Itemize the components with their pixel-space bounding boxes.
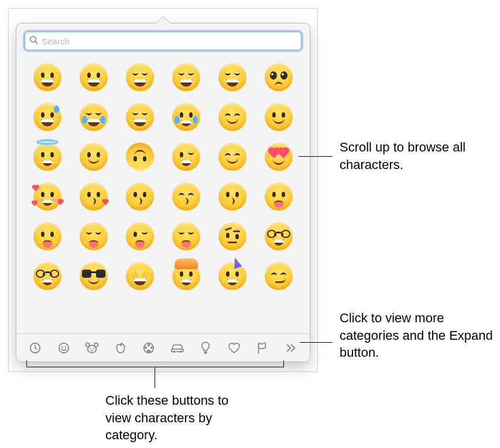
- category-more[interactable]: [278, 336, 304, 360]
- emoji-grinning-sweat[interactable]: [29, 99, 66, 135]
- category-frequently-used[interactable]: [22, 336, 48, 360]
- emoji-grinning-tight-closed[interactable]: [214, 59, 251, 95]
- clock-icon: [29, 342, 42, 354]
- search-icon: [29, 36, 38, 47]
- emoji-partying-face[interactable]: [214, 258, 251, 294]
- apple-icon: [115, 342, 126, 354]
- documentation-frame: ★★: [8, 8, 318, 372]
- emoji-face-savoring[interactable]: [261, 178, 297, 215]
- category-activity[interactable]: [136, 336, 162, 360]
- popover-beak: [155, 17, 172, 24]
- svg-point-15: [179, 350, 181, 353]
- category-objects[interactable]: [193, 336, 218, 360]
- emoji-face-tears-of-joy[interactable]: [76, 99, 112, 135]
- emoji-face-monocle[interactable]: [261, 218, 297, 254]
- character-viewer-popover: ★★: [16, 23, 310, 362]
- callout-line: [155, 367, 155, 388]
- emoji-smiling-hearts[interactable]: [29, 178, 66, 215]
- category-flags[interactable]: [249, 336, 275, 360]
- smiley-icon: [57, 342, 70, 354]
- emoji-grinning-big-eyes[interactable]: [76, 59, 112, 95]
- emoji-slightly-smiling[interactable]: [261, 99, 297, 135]
- soccer-icon: [142, 342, 155, 354]
- emoji-slightly-smiling-2[interactable]: [76, 139, 112, 175]
- svg-point-7: [86, 343, 90, 346]
- lightbulb-icon: [200, 341, 211, 355]
- search-field-wrap[interactable]: [25, 32, 302, 50]
- svg-point-10: [93, 347, 94, 349]
- flag-icon: [256, 342, 268, 354]
- emoji-kissing-smiling-eyes[interactable]: [214, 178, 251, 215]
- category-food-drink[interactable]: [108, 336, 133, 360]
- emoji-smirking-face[interactable]: [261, 258, 297, 294]
- emoji-exploding-head[interactable]: [168, 258, 204, 294]
- svg-point-8: [94, 343, 98, 346]
- category-bracket: [26, 360, 284, 367]
- callout-line: [300, 342, 333, 343]
- emoji-relieved-face-2[interactable]: [214, 139, 251, 175]
- emoji-pleading-face[interactable]: [261, 59, 297, 95]
- category-animals-nature[interactable]: [79, 336, 105, 360]
- svg-point-14: [173, 350, 175, 353]
- svg-point-11: [91, 350, 93, 351]
- emoji-smiling-halo[interactable]: [29, 139, 66, 175]
- emoji-kissing-closed-eyes[interactable]: [168, 178, 204, 215]
- emoji-relieved-face[interactable]: [214, 99, 251, 135]
- emoji-smiling-tear[interactable]: [168, 99, 204, 135]
- animal-icon: [85, 342, 99, 354]
- search-row: [16, 23, 310, 56]
- emoji-grid: ★★: [25, 57, 302, 296]
- category-symbols[interactable]: [221, 336, 247, 360]
- emoji-sunglasses[interactable]: [76, 258, 112, 294]
- emoji-nerd-face[interactable]: [29, 258, 66, 294]
- svg-point-3: [59, 343, 69, 353]
- emoji-winking-face[interactable]: [168, 139, 204, 175]
- category-bar: [16, 333, 310, 361]
- emoji-winking-tongue[interactable]: [122, 218, 158, 254]
- emoji-kissing-face[interactable]: [122, 178, 158, 215]
- search-input[interactable]: [42, 36, 296, 46]
- emoji-grinning-squinting[interactable]: [168, 59, 204, 95]
- emoji-beaming-smiling-eyes[interactable]: [122, 59, 158, 95]
- svg-line-1: [35, 42, 37, 44]
- svg-point-5: [64, 346, 66, 347]
- callout-categories: Click these buttons to view characters b…: [105, 392, 246, 444]
- emoji-raised-eyebrow[interactable]: [214, 218, 251, 254]
- emoji-upside-down-face[interactable]: [122, 139, 158, 175]
- emoji-heart-eyes[interactable]: [261, 139, 297, 175]
- emoji-star-struck[interactable]: ★★: [122, 258, 158, 294]
- chevrons-right-icon: [286, 343, 296, 353]
- car-icon: [170, 342, 185, 354]
- callout-scroll: Scroll up to browse all characters.: [340, 139, 498, 173]
- callout-more: Click to view more categories and the Ex…: [340, 309, 498, 361]
- emoji-rolling-on-floor-laughing[interactable]: [122, 99, 158, 135]
- emoji-zany-face[interactable]: [168, 218, 204, 254]
- emoji-face-blowing-kiss[interactable]: [76, 178, 112, 215]
- svg-point-4: [61, 346, 63, 347]
- heart-icon: [228, 342, 241, 354]
- category-smileys-people[interactable]: [51, 336, 77, 360]
- callout-line: [299, 156, 333, 157]
- emoji-squinting-tongue[interactable]: [76, 218, 112, 254]
- emoji-tongue-out[interactable]: [29, 218, 66, 254]
- emoji-grinning-face[interactable]: [29, 59, 66, 95]
- emoji-scroll-area[interactable]: ★★: [16, 56, 310, 331]
- svg-point-9: [90, 347, 91, 349]
- category-travel-places[interactable]: [165, 336, 190, 360]
